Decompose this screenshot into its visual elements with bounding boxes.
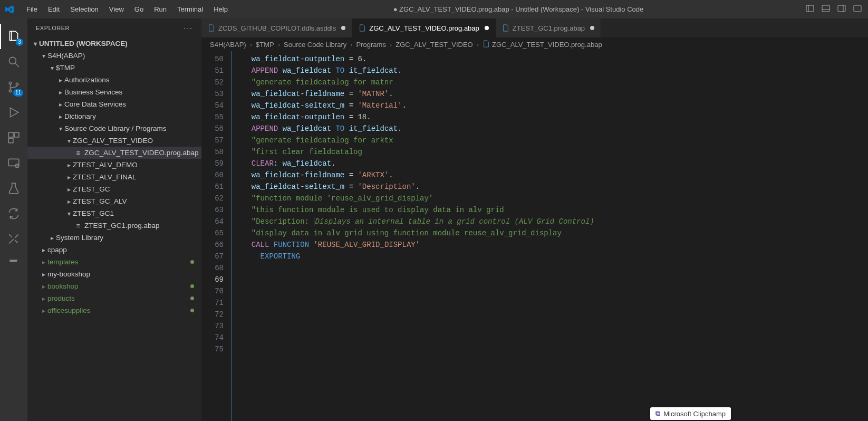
- code-line[interactable]: "generate fieldcatalog for matnr: [243, 76, 868, 88]
- activity-source-control[interactable]: 11: [0, 74, 27, 100]
- breadcrumb-item[interactable]: Programs: [356, 41, 386, 49]
- menu-selection[interactable]: Selection: [65, 3, 103, 15]
- svg-rect-0: [806, 5, 814, 12]
- code-content[interactable]: wa_fieldcat-outputlen = 6. APPEND wa_fie…: [233, 51, 868, 421]
- menu-terminal[interactable]: Terminal: [172, 3, 208, 15]
- line-number: 71: [201, 297, 230, 309]
- activity-tools[interactable]: [0, 226, 27, 252]
- menu-help[interactable]: Help: [208, 3, 233, 15]
- code-line[interactable]: wa_fieldcat-seltext_m = 'Material'.: [243, 100, 868, 111]
- editor-tab[interactable]: ZCDS_GITHUB_COPILOT.ddls.asddls: [201, 18, 352, 37]
- tree-file[interactable]: ≡ZTEST_GC1.prog.abap: [27, 219, 201, 232]
- sidebar-title: EXPLORER: [36, 25, 70, 31]
- tree-folder[interactable]: ▸Business Services: [27, 86, 201, 98]
- activity-run-debug[interactable]: [0, 100, 27, 125]
- code-line[interactable]: wa_fieldcat-outputlen = 18.: [243, 111, 868, 123]
- menu-go[interactable]: Go: [129, 3, 149, 15]
- tree-folder[interactable]: ▸my-bookshop: [27, 268, 201, 280]
- tree-folder[interactable]: ▾ZGC_ALV_TEST_VIDEO: [27, 135, 201, 147]
- git-status-dot-icon: [190, 284, 194, 288]
- breadcrumb-item[interactable]: S4H(ABAP): [210, 41, 246, 49]
- line-number: 70: [201, 285, 230, 297]
- code-line[interactable]: APPEND wa_fieldcat TO it_fieldcat.: [243, 65, 868, 76]
- tree-folder[interactable]: ▸Authorizations: [27, 74, 201, 86]
- code-line[interactable]: "generate fieldcatalog for arktx: [243, 135, 868, 146]
- breadcrumb-item[interactable]: ZGC_ALV_TEST_VIDEO: [396, 41, 472, 49]
- code-line[interactable]: EXPORTING: [243, 251, 868, 262]
- clipchamp-notification[interactable]: ⧉ Microsoft Clipchamp: [650, 407, 731, 420]
- code-line[interactable]: "Description: Displays an internal table…: [243, 216, 868, 227]
- code-line[interactable]: wa_fieldcat-outputlen = 6.: [243, 53, 868, 65]
- editor-tab[interactable]: ZTEST_GC1.prog.abap: [496, 18, 601, 37]
- tab-label: ZTEST_GC1.prog.abap: [513, 24, 585, 32]
- tree-folder[interactable]: ▸ZTEST_ALV_DEMO: [27, 159, 201, 171]
- tree-folder[interactable]: ▸Dictionary: [27, 110, 201, 122]
- breadcrumb-item[interactable]: Source Code Library: [284, 41, 346, 49]
- code-line[interactable]: "display data in alv grid using function…: [243, 227, 868, 239]
- beaker-icon: [7, 181, 21, 195]
- tree-folder[interactable]: ▾S4H(ABAP): [27, 50, 201, 62]
- code-line[interactable]: "first clear fieldcatalog: [243, 146, 868, 158]
- file-icon: [359, 24, 366, 32]
- tree-workspace[interactable]: ▾UNTITLED (WORKSPACE): [27, 37, 201, 50]
- activity-references[interactable]: [0, 201, 27, 226]
- code-line[interactable]: CLEAR: wa_fieldcat.: [243, 158, 868, 169]
- code-line[interactable]: APPEND wa_fieldcat TO it_fieldcat.: [243, 123, 868, 135]
- more-actions-icon[interactable]: ···: [184, 24, 193, 32]
- activity-bookmark[interactable]: [0, 252, 27, 277]
- editor-tab[interactable]: ZGC_ALV_TEST_VIDEO.prog.abap: [352, 18, 496, 37]
- customize-layout-icon[interactable]: [851, 3, 864, 15]
- toggle-panel-left-icon[interactable]: [804, 3, 816, 15]
- activity-explorer[interactable]: 3: [0, 24, 27, 49]
- code-line[interactable]: "this function module is used to display…: [243, 204, 868, 216]
- breadcrumb-item[interactable]: ZGC_ALV_TEST_VIDEO.prog.abap: [492, 41, 602, 49]
- tools-icon: [7, 232, 21, 246]
- menu-edit[interactable]: Edit: [43, 3, 65, 15]
- file-icon: [483, 40, 490, 47]
- tree-folder[interactable]: ▸bookshop: [27, 280, 201, 292]
- activity-testing[interactable]: [0, 176, 27, 201]
- line-number: 75: [201, 343, 230, 355]
- tree-folder[interactable]: ▸officesupplies: [27, 304, 201, 317]
- line-number: 58: [201, 146, 230, 158]
- breadcrumb[interactable]: S4H(ABAP)›$TMP›Source Code Library›Progr…: [201, 37, 868, 51]
- sync-icon: [7, 207, 21, 221]
- menu-view[interactable]: View: [104, 3, 129, 15]
- activity-extensions[interactable]: [0, 125, 27, 150]
- svg-rect-13: [14, 132, 19, 137]
- menu-file[interactable]: File: [21, 3, 43, 15]
- code-editor[interactable]: 5051525354555657585960616263646566676869…: [201, 51, 868, 421]
- menu-run[interactable]: Run: [149, 3, 172, 15]
- tree-folder[interactable]: ▸cpapp: [27, 244, 201, 256]
- file-icon: [502, 24, 509, 32]
- toggle-panel-bottom-icon[interactable]: [819, 3, 832, 15]
- line-number: 51: [201, 65, 230, 76]
- dirty-indicator-icon: [341, 26, 345, 30]
- line-number: 60: [201, 169, 230, 181]
- tree-file-active[interactable]: ≡ZGC_ALV_TEST_VIDEO.prog.abap: [27, 147, 201, 159]
- explorer-badge: 3: [16, 39, 23, 46]
- code-line[interactable]: wa_fieldcat-fieldname = 'ARKTX'.: [243, 169, 868, 181]
- tree-folder[interactable]: ▸ZTEST_GC: [27, 183, 201, 195]
- tree-folder[interactable]: ▸Core Data Services: [27, 98, 201, 110]
- toggle-panel-right-icon[interactable]: [835, 3, 848, 15]
- tree-folder[interactable]: ▸ZTEST_GC_ALV: [27, 195, 201, 207]
- activity-search[interactable]: [0, 49, 27, 74]
- svg-rect-12: [8, 132, 13, 137]
- explorer-tree[interactable]: ▾UNTITLED (WORKSPACE) ▾S4H(ABAP) ▾$TMP ▸…: [27, 37, 201, 421]
- code-line[interactable]: "function module 'reuse_alv_grid_display…: [243, 193, 868, 204]
- activity-remote[interactable]: [0, 150, 27, 176]
- tree-folder[interactable]: ▾ZTEST_GC1: [27, 207, 201, 219]
- tree-folder[interactable]: ▸templates: [27, 256, 201, 268]
- breadcrumb-item[interactable]: $TMP: [256, 41, 274, 49]
- code-line[interactable]: wa_fieldcat-fieldname = 'MATNR'.: [243, 88, 868, 100]
- tree-folder[interactable]: ▸System Library: [27, 232, 201, 244]
- tree-folder[interactable]: ▾Source Code Library / Programs: [27, 122, 201, 135]
- code-line[interactable]: wa_fieldcat-seltext_m = 'Description'.: [243, 181, 868, 193]
- tree-folder[interactable]: ▸ZTEST_ALV_FINAL: [27, 171, 201, 183]
- line-number: 56: [201, 123, 230, 135]
- tree-folder[interactable]: ▾$TMP: [27, 62, 201, 74]
- code-line[interactable]: CALL FUNCTION 'REUSE_ALV_GRID_DISPLAY': [243, 239, 868, 251]
- titlebar: FileEditSelectionViewGoRunTerminalHelp ●…: [0, 0, 868, 18]
- tree-folder[interactable]: ▸products: [27, 292, 201, 304]
